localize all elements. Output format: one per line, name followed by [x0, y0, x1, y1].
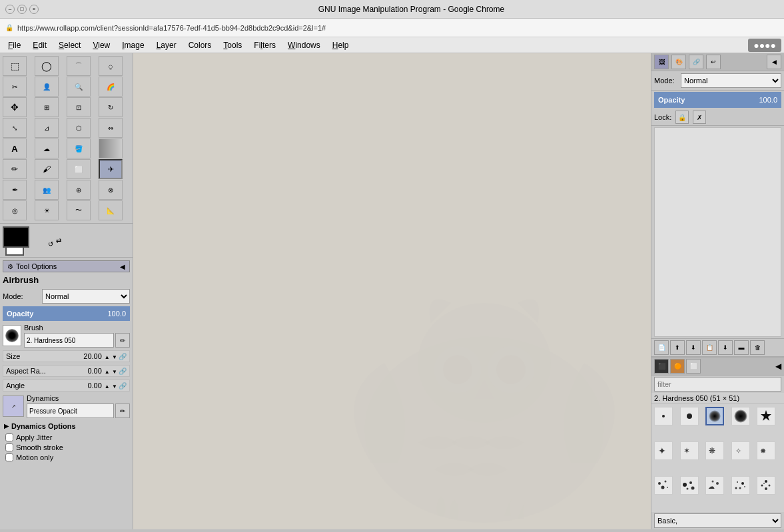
tool-blur-smudge[interactable]: ☁: [35, 138, 59, 158]
tool-crop[interactable]: ⊡: [67, 97, 91, 117]
brush-cell-small[interactable]: [680, 407, 699, 425]
brushes-panel-collapse[interactable]: ◀: [775, 362, 781, 371]
brush-gradients-tab[interactable]: ⬜: [686, 359, 701, 374]
tool-airbrush-icon[interactable]: ✈: [99, 159, 123, 179]
menu-layer[interactable]: Layer: [151, 39, 182, 51]
tool-shear[interactable]: ⊿: [35, 118, 59, 138]
angle-down-arrow[interactable]: ▼: [112, 384, 117, 390]
dynamics-edit-button[interactable]: ✏: [115, 403, 130, 418]
brush-cell-sparkle3[interactable]: ❋: [705, 441, 724, 460]
brush-preset-dropdown[interactable]: Basic,: [654, 513, 781, 528]
flatten-image-button[interactable]: ▬: [734, 340, 749, 355]
brush-cell-scatter1[interactable]: [654, 476, 673, 495]
browser-window-controls[interactable]: – □ ×: [5, 5, 39, 14]
tool-smudge[interactable]: 〜: [67, 200, 91, 220]
apply-jitter-checkbox[interactable]: [5, 433, 13, 441]
brush-cell-sparkle5[interactable]: ✸: [757, 441, 775, 460]
tool-rotate[interactable]: ↻: [99, 97, 123, 117]
brush-name-input[interactable]: [24, 333, 114, 348]
foreground-color-swatch[interactable]: [3, 226, 29, 248]
delete-layer-button[interactable]: 🗑: [750, 340, 765, 355]
brush-cell-scatter4[interactable]: [731, 476, 750, 495]
menu-help[interactable]: Help: [327, 39, 354, 51]
brush-cell-tiny[interactable]: [654, 407, 673, 425]
menu-filters[interactable]: Filters: [248, 39, 281, 51]
motion-only-checkbox[interactable]: [5, 453, 13, 461]
menu-tools[interactable]: Tools: [218, 39, 247, 51]
dynamics-preview-icon[interactable]: ↗: [3, 396, 24, 417]
lower-layer-button[interactable]: ⬇: [686, 340, 701, 355]
tool-perspective-clone[interactable]: ⊗: [99, 180, 123, 200]
brush-cell-large[interactable]: [731, 407, 750, 425]
brush-cell-scatter2[interactable]: [680, 476, 699, 495]
size-up-arrow[interactable]: ▲: [105, 354, 110, 360]
layers-mode-dropdown[interactable]: Normal: [681, 73, 781, 88]
brush-brushes-tab[interactable]: ⬛: [654, 359, 669, 374]
menu-view[interactable]: View: [87, 39, 115, 51]
tool-rect-select[interactable]: ⬚: [3, 56, 27, 76]
lock-paint-button[interactable]: ✗: [693, 111, 706, 124]
right-panel-collapse[interactable]: ◀: [767, 55, 781, 69]
tool-ink[interactable]: ✒: [3, 180, 27, 200]
tool-flip[interactable]: ⇔: [99, 118, 123, 138]
smooth-stroke-checkbox[interactable]: [5, 443, 13, 451]
tool-gradient[interactable]: [99, 138, 123, 158]
swap-colors-icon[interactable]: ⇄: [56, 237, 61, 244]
tool-clone[interactable]: 👥: [35, 180, 59, 200]
mode-dropdown[interactable]: Normal: [42, 289, 130, 304]
menu-file[interactable]: File: [3, 39, 26, 51]
undo-tab-icon[interactable]: ↩: [706, 55, 721, 69]
tool-eraser[interactable]: ⬜: [67, 159, 91, 179]
tool-heal[interactable]: ⊕: [67, 180, 91, 200]
tool-free-select[interactable]: ⌒: [67, 56, 91, 76]
tool-scissors[interactable]: ✂: [3, 77, 27, 97]
tool-options-collapse[interactable]: ◀: [120, 263, 125, 270]
raise-layer-button[interactable]: ⬆: [670, 340, 685, 355]
menu-colors[interactable]: Colors: [183, 39, 217, 51]
brush-patterns-tab[interactable]: 🟠: [670, 359, 685, 374]
tool-paintbucket[interactable]: 🪣: [67, 138, 91, 158]
layers-opacity-bar[interactable]: Opacity 100.0: [654, 92, 781, 108]
brush-cell-sparkle2[interactable]: ✶: [680, 441, 699, 460]
brush-cell-scatter3[interactable]: ☁: [705, 476, 724, 495]
brush-preview-icon[interactable]: [3, 325, 21, 346]
size-down-arrow[interactable]: ▼: [112, 354, 117, 360]
duplicate-layer-button[interactable]: 📋: [702, 340, 717, 355]
tool-text[interactable]: A: [3, 138, 27, 158]
maximize-button[interactable]: □: [17, 5, 27, 14]
brush-edit-button[interactable]: ✏: [115, 333, 130, 348]
angle-up-arrow[interactable]: ▲: [105, 384, 110, 390]
angle-link-icon[interactable]: 🔗: [119, 382, 127, 390]
brush-filter-input[interactable]: [654, 377, 781, 392]
menu-edit[interactable]: Edit: [27, 39, 52, 51]
tool-scale[interactable]: ⤡: [3, 118, 27, 138]
brush-cell-scatter5[interactable]: [757, 476, 775, 495]
color-reset-icon[interactable]: ↺: [48, 240, 53, 248]
tool-move[interactable]: ✥: [3, 97, 27, 117]
tool-foreground-select[interactable]: 👤: [35, 77, 59, 97]
brush-cell-sparkle4[interactable]: ✧: [731, 441, 750, 460]
tool-perspective[interactable]: ⬡: [67, 118, 91, 138]
menu-windows[interactable]: Windows: [282, 39, 326, 51]
aspect-down-arrow[interactable]: ▼: [112, 369, 117, 375]
tool-color-picker2[interactable]: 🌈: [99, 77, 123, 97]
lock-alpha-button[interactable]: 🔒: [675, 111, 689, 124]
paths-tab-icon[interactable]: 🔗: [689, 55, 703, 69]
menu-image[interactable]: Image: [117, 39, 149, 51]
menu-select[interactable]: Select: [53, 39, 86, 51]
new-layer-button[interactable]: 📄: [654, 340, 669, 355]
tool-paintbrush[interactable]: 🖌: [35, 159, 59, 179]
dynamics-options-row[interactable]: ▶ Dynamics Options: [3, 421, 130, 431]
layers-tab-icon[interactable]: 🖼: [654, 55, 669, 69]
tool-ellipse-select[interactable]: ◯: [35, 56, 59, 76]
tool-fuzzy-select[interactable]: ⍜: [99, 56, 123, 76]
close-button[interactable]: ×: [29, 5, 39, 14]
opacity-bar[interactable]: Opacity 100.0: [3, 306, 130, 321]
tool-measure[interactable]: 📐: [99, 200, 123, 220]
brush-cell-medium[interactable]: [705, 407, 724, 425]
aspect-up-arrow[interactable]: ▲: [105, 369, 110, 375]
size-link-icon[interactable]: 🔗: [119, 353, 127, 360]
tool-align[interactable]: ⊞: [35, 97, 59, 117]
minimize-button[interactable]: –: [5, 5, 15, 14]
tool-zoom[interactable]: 🔍: [67, 77, 91, 97]
